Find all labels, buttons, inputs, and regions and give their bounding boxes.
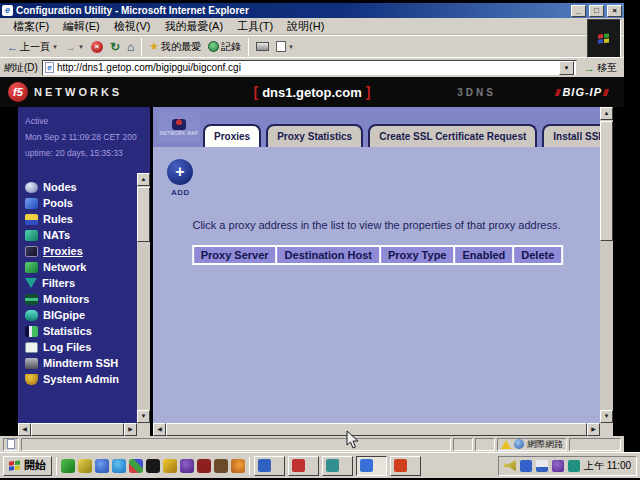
quick-launch-icon-10[interactable] xyxy=(214,459,228,473)
back-button[interactable]: ← 上一頁 ▼ xyxy=(5,39,60,55)
sidebar-item-log-files[interactable]: Log Files xyxy=(25,341,137,353)
sidebar-item-system-admin[interactable]: System Admin xyxy=(25,373,137,385)
back-icon: ← xyxy=(7,41,18,53)
network-map-button[interactable]: NETWORK MAP xyxy=(158,112,200,142)
menu-favorites[interactable]: 我的最愛(A) xyxy=(157,18,230,35)
scroll-down-icon[interactable]: ▼ xyxy=(600,410,613,423)
forward-dropdown-icon[interactable]: ▼ xyxy=(78,44,84,50)
task-button-4-active[interactable] xyxy=(356,456,387,476)
sidebar-item-statistics[interactable]: Statistics xyxy=(25,325,137,337)
taskbar-clock[interactable]: 上午 11:00 xyxy=(584,459,631,473)
tab-proxy-statistics[interactable]: Proxy Statistics xyxy=(266,124,363,147)
address-label: 網址(D) xyxy=(4,61,38,75)
column-header-destination-host: Destination Host xyxy=(276,245,381,265)
scroll-right-icon[interactable]: ▶ xyxy=(124,423,137,436)
quick-launch-icon-8[interactable] xyxy=(180,459,194,473)
task-app-icon xyxy=(326,459,339,472)
quick-launch-icon-3[interactable] xyxy=(95,459,109,473)
scroll-right-icon[interactable]: ▶ xyxy=(587,423,600,436)
quick-launch-icon-11[interactable] xyxy=(231,459,245,473)
edit-button[interactable]: ▼ xyxy=(274,40,296,53)
scroll-left-icon[interactable]: ◀ xyxy=(153,423,166,436)
scrollbar-thumb[interactable] xyxy=(31,423,124,436)
task-button-3[interactable] xyxy=(322,456,353,476)
tray-icon-3[interactable] xyxy=(536,460,548,472)
menu-edit[interactable]: 編輯(E) xyxy=(56,18,107,35)
quick-launch-icon-7[interactable] xyxy=(163,459,177,473)
back-dropdown-icon[interactable]: ▼ xyxy=(52,44,58,50)
sidebar-item-proxies[interactable]: Proxies xyxy=(25,245,137,257)
start-button[interactable]: 開始 xyxy=(3,456,52,476)
scroll-up-icon[interactable]: ▲ xyxy=(137,173,150,186)
menu-tools[interactable]: 工具(T) xyxy=(230,18,280,35)
nats-icon xyxy=(25,230,38,241)
main-horizontal-scrollbar[interactable]: ◀ ▶ xyxy=(153,423,600,436)
menu-help[interactable]: 說明(H) xyxy=(280,18,331,35)
scrollbar-thumb[interactable] xyxy=(166,423,587,436)
quick-launch-icon-4[interactable] xyxy=(112,459,126,473)
quick-launch-icon-5[interactable] xyxy=(129,459,143,473)
sidebar-item-nats[interactable]: NATs xyxy=(25,229,137,241)
sidebar-horizontal-scrollbar[interactable]: ◀ ▶ xyxy=(18,423,137,436)
sidebar-item-rules[interactable]: Rules xyxy=(25,213,137,225)
scroll-up-icon[interactable]: ▲ xyxy=(600,107,613,120)
scrollbar-thumb[interactable] xyxy=(600,121,613,241)
quick-launch-icon-9[interactable] xyxy=(197,459,211,473)
stop-button[interactable]: × xyxy=(89,40,105,54)
minimize-button[interactable]: _ xyxy=(571,5,586,17)
tray-icon-4[interactable] xyxy=(552,460,564,472)
sidebar-item-filters[interactable]: Filters xyxy=(25,277,137,289)
tab-proxies[interactable]: Proxies xyxy=(203,124,261,147)
scroll-down-icon[interactable]: ▼ xyxy=(137,410,150,423)
sidebar-item-network[interactable]: Network xyxy=(25,261,137,273)
home-button[interactable]: ⌂ xyxy=(125,39,136,55)
sidebar-item-bigpipe[interactable]: BIGpipe xyxy=(25,309,137,321)
quick-launch-icon-6[interactable] xyxy=(146,459,160,473)
go-icon: → xyxy=(584,62,595,74)
history-button[interactable]: 記錄 xyxy=(206,39,243,55)
proxies-icon xyxy=(25,246,38,257)
tab-install-ssl-certificate[interactable]: Install SSL Certificate xyxy=(542,124,600,147)
sidebar-item-monitors[interactable]: Monitors xyxy=(25,293,137,305)
taskbar: 開始 上午 1 xyxy=(0,452,640,478)
address-url[interactable]: http://dns1.getop.com/bigipgui/bigconf.c… xyxy=(57,62,556,73)
sidebar-vertical-scrollbar[interactable]: ▲ ▼ xyxy=(137,173,150,423)
favorites-button[interactable]: ★ 我的最愛 xyxy=(147,39,203,55)
window-title: Configuration Utility - Microsoft Intern… xyxy=(16,5,568,16)
menu-file[interactable]: 檔案(F) xyxy=(6,18,56,35)
address-input[interactable]: e http://dns1.getop.com/bigipgui/bigconf… xyxy=(42,60,577,76)
edit-dropdown-icon[interactable]: ▼ xyxy=(288,44,294,50)
scrollbar-thumb[interactable] xyxy=(137,187,150,242)
add-proxy-button[interactable]: + xyxy=(167,159,193,185)
sidebar-item-pools[interactable]: Pools xyxy=(25,197,137,209)
scroll-left-icon[interactable]: ◀ xyxy=(18,423,31,436)
forward-button[interactable]: → ▼ xyxy=(63,40,86,54)
favorites-icon: ★ xyxy=(149,40,159,53)
address-dropdown-icon[interactable]: ▼ xyxy=(559,61,574,75)
quick-launch-icon-2[interactable] xyxy=(78,459,92,473)
windows-flag-icon xyxy=(598,33,610,44)
refresh-button[interactable]: ↻ xyxy=(108,39,122,55)
task-app-icon xyxy=(394,459,407,472)
task-button-2[interactable] xyxy=(288,456,319,476)
go-button[interactable]: → 移至 xyxy=(581,61,620,75)
tabs: Proxies Proxy Statistics Create SSL Cert… xyxy=(203,122,600,147)
task-button-5[interactable] xyxy=(390,456,421,476)
column-header-delete: Delete xyxy=(512,245,563,265)
sidebar-item-nodes[interactable]: Nodes xyxy=(25,181,137,193)
tray-icon-2[interactable] xyxy=(520,460,532,472)
print-button[interactable] xyxy=(254,41,271,52)
restore-button[interactable]: □ xyxy=(589,5,604,17)
toolbar-separator xyxy=(141,38,142,56)
tab-create-ssl-certificate-request[interactable]: Create SSL Certificate Request xyxy=(368,124,537,147)
volume-icon[interactable] xyxy=(504,460,516,472)
sidebar-item-mindterm-ssh[interactable]: Mindterm SSH xyxy=(25,357,137,369)
forward-icon: → xyxy=(65,41,76,53)
close-button[interactable]: × xyxy=(607,5,622,17)
main-vertical-scrollbar[interactable]: ▲ ▼ xyxy=(600,107,613,423)
quick-launch-icon-1[interactable] xyxy=(61,459,75,473)
tray-icon-5[interactable] xyxy=(568,460,580,472)
statistics-icon xyxy=(25,326,38,337)
menu-view[interactable]: 檢視(V) xyxy=(107,18,158,35)
task-button-1[interactable] xyxy=(254,456,285,476)
